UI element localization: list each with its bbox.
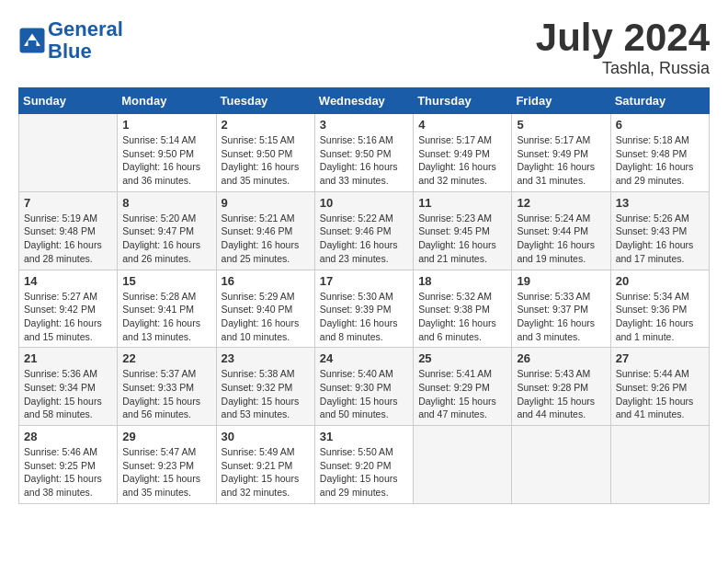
day-number: 24: [320, 351, 408, 365]
weekday-header-friday: Friday: [512, 88, 610, 114]
calendar-cell: 14Sunrise: 5:27 AM Sunset: 9:42 PM Dayli…: [19, 270, 118, 348]
day-info: Sunrise: 5:21 AM Sunset: 9:46 PM Dayligh…: [222, 212, 310, 266]
day-info: Sunrise: 5:40 AM Sunset: 9:30 PM Dayligh…: [320, 367, 408, 421]
day-number: 13: [616, 196, 704, 210]
day-number: 18: [418, 274, 506, 288]
day-number: 10: [320, 196, 408, 210]
calendar-cell: 20Sunrise: 5:34 AM Sunset: 9:36 PM Dayli…: [610, 270, 709, 348]
calendar-week-row: 21Sunrise: 5:36 AM Sunset: 9:34 PM Dayli…: [19, 348, 710, 426]
day-number: 8: [122, 196, 210, 210]
day-number: 7: [24, 196, 112, 210]
calendar-cell: 19Sunrise: 5:33 AM Sunset: 9:37 PM Dayli…: [512, 270, 610, 348]
day-number: 30: [222, 430, 310, 443]
calendar-cell: 31Sunrise: 5:50 AM Sunset: 9:20 PM Dayli…: [314, 426, 413, 504]
calendar-cell: 17Sunrise: 5:30 AM Sunset: 9:39 PM Dayli…: [314, 270, 413, 348]
calendar-cell: [414, 426, 512, 504]
calendar-week-row: 28Sunrise: 5:46 AM Sunset: 9:25 PM Dayli…: [19, 426, 710, 504]
calendar-cell: 4Sunrise: 5:17 AM Sunset: 9:49 PM Daylig…: [414, 114, 512, 192]
day-number: 3: [320, 118, 408, 132]
day-info: Sunrise: 5:14 AM Sunset: 9:50 PM Dayligh…: [122, 133, 210, 188]
calendar-cell: 29Sunrise: 5:47 AM Sunset: 9:23 PM Dayli…: [118, 426, 216, 504]
calendar-cell: 25Sunrise: 5:41 AM Sunset: 9:29 PM Dayli…: [414, 348, 512, 426]
day-number: 31: [320, 430, 408, 443]
day-number: 19: [517, 274, 605, 288]
day-info: Sunrise: 5:24 AM Sunset: 9:44 PM Dayligh…: [517, 212, 605, 266]
calendar-cell: 22Sunrise: 5:37 AM Sunset: 9:33 PM Dayli…: [118, 348, 216, 426]
day-info: Sunrise: 5:17 AM Sunset: 9:49 PM Dayligh…: [517, 133, 605, 188]
day-number: 14: [24, 274, 112, 288]
day-info: Sunrise: 5:49 AM Sunset: 9:21 PM Dayligh…: [222, 445, 310, 500]
day-info: Sunrise: 5:19 AM Sunset: 9:48 PM Dayligh…: [24, 212, 112, 266]
calendar-cell: [19, 114, 118, 192]
calendar-cell: 27Sunrise: 5:44 AM Sunset: 9:26 PM Dayli…: [610, 348, 709, 426]
location-subtitle: Tashla, Russia: [536, 59, 710, 78]
day-number: 9: [222, 196, 310, 210]
day-info: Sunrise: 5:27 AM Sunset: 9:42 PM Dayligh…: [24, 290, 112, 344]
day-number: 12: [517, 196, 605, 210]
svg-rect-2: [28, 40, 37, 46]
day-info: Sunrise: 5:20 AM Sunset: 9:47 PM Dayligh…: [122, 212, 210, 266]
day-number: 2: [222, 118, 310, 132]
calendar-cell: 13Sunrise: 5:26 AM Sunset: 9:43 PM Dayli…: [610, 191, 709, 270]
day-info: Sunrise: 5:26 AM Sunset: 9:43 PM Dayligh…: [616, 212, 704, 266]
calendar-cell: 21Sunrise: 5:36 AM Sunset: 9:34 PM Dayli…: [19, 348, 118, 426]
day-info: Sunrise: 5:32 AM Sunset: 9:38 PM Dayligh…: [418, 290, 506, 344]
calendar-cell: 9Sunrise: 5:21 AM Sunset: 9:46 PM Daylig…: [216, 191, 314, 270]
calendar-cell: [610, 426, 709, 504]
day-info: Sunrise: 5:29 AM Sunset: 9:40 PM Dayligh…: [222, 290, 310, 344]
calendar-cell: 1Sunrise: 5:14 AM Sunset: 9:50 PM Daylig…: [118, 114, 216, 192]
calendar-cell: 7Sunrise: 5:19 AM Sunset: 9:48 PM Daylig…: [19, 191, 118, 270]
calendar-cell: 12Sunrise: 5:24 AM Sunset: 9:44 PM Dayli…: [512, 191, 610, 270]
calendar-week-row: 14Sunrise: 5:27 AM Sunset: 9:42 PM Dayli…: [19, 270, 710, 348]
calendar-cell: 16Sunrise: 5:29 AM Sunset: 9:40 PM Dayli…: [216, 270, 314, 348]
day-number: 16: [222, 274, 310, 288]
logo-icon: [18, 27, 46, 54]
calendar-table: SundayMondayTuesdayWednesdayThursdayFrid…: [18, 87, 710, 504]
calendar-week-row: 1Sunrise: 5:14 AM Sunset: 9:50 PM Daylig…: [19, 114, 710, 192]
day-number: 28: [24, 430, 112, 443]
calendar-cell: 30Sunrise: 5:49 AM Sunset: 9:21 PM Dayli…: [216, 426, 314, 504]
day-number: 27: [616, 351, 704, 365]
day-number: 20: [616, 274, 704, 288]
calendar-cell: 18Sunrise: 5:32 AM Sunset: 9:38 PM Dayli…: [414, 270, 512, 348]
calendar-cell: 11Sunrise: 5:23 AM Sunset: 9:45 PM Dayli…: [414, 191, 512, 270]
day-info: Sunrise: 5:38 AM Sunset: 9:32 PM Dayligh…: [222, 367, 310, 421]
day-number: 15: [122, 274, 210, 288]
weekday-header-monday: Monday: [118, 88, 216, 114]
weekday-header-tuesday: Tuesday: [216, 88, 314, 114]
day-info: Sunrise: 5:50 AM Sunset: 9:20 PM Dayligh…: [320, 445, 408, 500]
calendar-cell: 23Sunrise: 5:38 AM Sunset: 9:32 PM Dayli…: [216, 348, 314, 426]
day-number: 1: [122, 118, 210, 132]
title-block: July 2024 Tashla, Russia: [536, 18, 710, 78]
day-info: Sunrise: 5:15 AM Sunset: 9:50 PM Dayligh…: [222, 133, 310, 188]
calendar-cell: 28Sunrise: 5:46 AM Sunset: 9:25 PM Dayli…: [19, 426, 118, 504]
page-header: General Blue July 2024 Tashla, Russia: [18, 18, 710, 78]
calendar-cell: [512, 426, 610, 504]
calendar-week-row: 7Sunrise: 5:19 AM Sunset: 9:48 PM Daylig…: [19, 191, 710, 270]
day-info: Sunrise: 5:22 AM Sunset: 9:46 PM Dayligh…: [320, 212, 408, 266]
day-number: 21: [24, 351, 112, 365]
day-number: 6: [616, 118, 704, 132]
weekday-header-row: SundayMondayTuesdayWednesdayThursdayFrid…: [19, 88, 710, 114]
day-info: Sunrise: 5:44 AM Sunset: 9:26 PM Dayligh…: [616, 367, 704, 421]
logo: General Blue: [18, 18, 123, 63]
day-number: 29: [122, 430, 210, 443]
day-number: 25: [418, 351, 506, 365]
day-info: Sunrise: 5:17 AM Sunset: 9:49 PM Dayligh…: [418, 133, 506, 188]
day-info: Sunrise: 5:47 AM Sunset: 9:23 PM Dayligh…: [122, 445, 210, 500]
weekday-header-saturday: Saturday: [610, 88, 709, 114]
weekday-header-thursday: Thursday: [414, 88, 512, 114]
day-info: Sunrise: 5:23 AM Sunset: 9:45 PM Dayligh…: [418, 212, 506, 266]
day-info: Sunrise: 5:33 AM Sunset: 9:37 PM Dayligh…: [517, 290, 605, 344]
day-info: Sunrise: 5:30 AM Sunset: 9:39 PM Dayligh…: [320, 290, 408, 344]
weekday-header-sunday: Sunday: [19, 88, 118, 114]
day-info: Sunrise: 5:34 AM Sunset: 9:36 PM Dayligh…: [616, 290, 704, 344]
calendar-cell: 8Sunrise: 5:20 AM Sunset: 9:47 PM Daylig…: [118, 191, 216, 270]
logo-text: General Blue: [48, 18, 123, 63]
day-info: Sunrise: 5:37 AM Sunset: 9:33 PM Dayligh…: [122, 367, 210, 421]
calendar-cell: 5Sunrise: 5:17 AM Sunset: 9:49 PM Daylig…: [512, 114, 610, 192]
calendar-cell: 6Sunrise: 5:18 AM Sunset: 9:48 PM Daylig…: [610, 114, 709, 192]
day-number: 17: [320, 274, 408, 288]
day-number: 23: [222, 351, 310, 365]
day-info: Sunrise: 5:16 AM Sunset: 9:50 PM Dayligh…: [320, 133, 408, 188]
